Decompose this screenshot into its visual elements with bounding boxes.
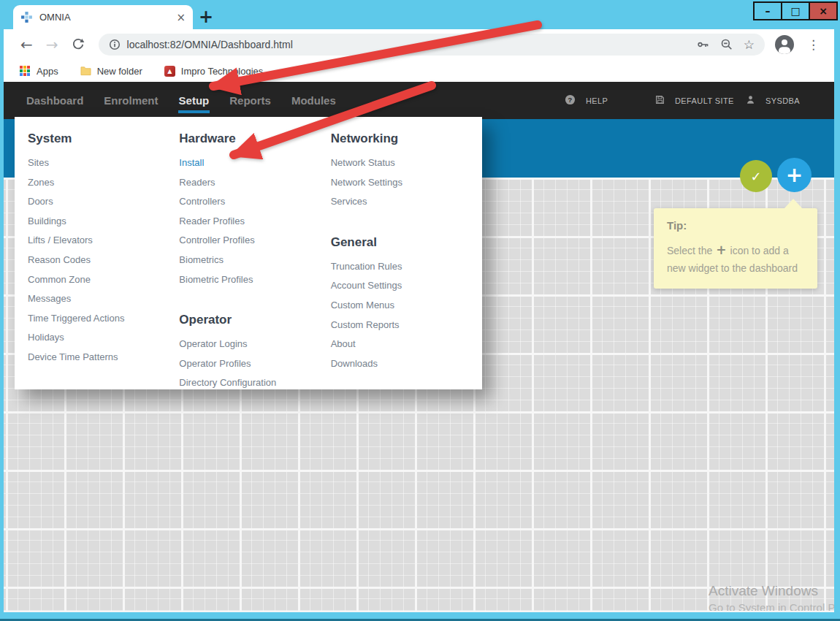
- nav-item[interactable]: Dashboard: [16, 82, 93, 119]
- bookmarks-bar: Apps New folder ▲ Impro Technologies...: [4, 60, 834, 82]
- menu-section-title-hardware: Hardware: [179, 132, 330, 146]
- menu-section-title-system: System: [28, 132, 179, 146]
- window-controls: – □ ×: [755, 1, 838, 20]
- menu-item[interactable]: Common Zone: [28, 270, 179, 290]
- menu-item[interactable]: Truncation Rules: [331, 257, 482, 277]
- profile-avatar[interactable]: [775, 35, 794, 54]
- browser-toolbar: ← → localhost:82/OMNIA/Dashboard.html: [4, 29, 834, 60]
- menu-item[interactable]: Time Triggered Actions: [28, 309, 179, 329]
- window-minimize-button[interactable]: –: [753, 1, 782, 20]
- omnia-favicon-icon: [20, 11, 33, 23]
- site-label: DEFAULT SITE: [675, 96, 734, 105]
- browser-window: – □ × OMNIA × + ← →: [0, 0, 840, 621]
- bookmark-impro[interactable]: Impro Technologies...: [181, 66, 271, 77]
- url-text[interactable]: localhost:82/OMNIA/Dashboard.html: [127, 39, 293, 50]
- menu-list-general: Truncation RulesAccount SettingsCustom M…: [331, 257, 482, 374]
- menu-item[interactable]: Account Settings: [331, 276, 482, 296]
- app-navbar: DashboardEnrolmentSetupReportsModules ? …: [4, 82, 834, 119]
- menu-item[interactable]: Directory Configuration: [179, 373, 330, 393]
- menu-item[interactable]: Doors: [28, 192, 179, 212]
- site-disk-icon: [655, 95, 670, 106]
- password-key-icon[interactable]: [697, 38, 710, 51]
- menu-item[interactable]: Reason Codes: [28, 251, 179, 270]
- bookmark-new-folder[interactable]: New folder: [97, 66, 142, 77]
- menu-section-title-operator: Operator: [179, 313, 330, 327]
- menu-item[interactable]: Biometrics: [179, 251, 330, 270]
- user-label: SYSDBA: [765, 96, 800, 105]
- forward-button[interactable]: →: [46, 36, 58, 53]
- menu-item[interactable]: Operator Logins: [179, 335, 330, 354]
- nav-item[interactable]: Setup: [169, 82, 220, 119]
- menu-column-system: System SitesZonesDoorsBuildingsLifts / E…: [28, 126, 179, 389]
- menu-item[interactable]: Controllers: [179, 192, 330, 212]
- nav-item[interactable]: Enrolment: [93, 82, 168, 119]
- bookmark-apps[interactable]: Apps: [37, 66, 58, 77]
- menu-item[interactable]: Install: [179, 153, 330, 173]
- windows-activation-watermark: Activate Windows Go to System in Control…: [709, 583, 834, 612]
- menu-item[interactable]: Lifts / Elevators: [28, 231, 179, 251]
- add-widget-fab-button[interactable]: +: [777, 158, 812, 192]
- reload-button[interactable]: [72, 38, 85, 51]
- tip-body-line2: new widget to the dashboard: [667, 259, 804, 277]
- browser-tab[interactable]: OMNIA ×: [13, 5, 193, 29]
- plus-glyph-inline: +: [716, 243, 726, 257]
- confirm-fab-button[interactable]: ✓: [740, 160, 772, 192]
- menu-item[interactable]: Buildings: [28, 212, 179, 232]
- user-menu[interactable]: SYSDBA: [746, 82, 800, 119]
- tip-title: Tip:: [667, 219, 804, 232]
- activate-windows-subtext: Go to System in Control P: [709, 601, 834, 612]
- menu-item[interactable]: Messages: [28, 289, 179, 309]
- menu-item[interactable]: Network Settings: [331, 173, 482, 193]
- back-button[interactable]: ←: [20, 36, 33, 53]
- menu-item[interactable]: Operator Profiles: [179, 354, 330, 374]
- help-button[interactable]: ? HELP: [565, 82, 608, 119]
- apps-grid-icon: [20, 66, 30, 76]
- menu-list-system: SitesZonesDoorsBuildingsLifts / Elevator…: [28, 153, 179, 367]
- menu-list-hardware: InstallReadersControllersReader Profiles…: [179, 153, 330, 289]
- page-info-icon[interactable]: [109, 39, 121, 50]
- menu-item[interactable]: Device Time Patterns: [28, 348, 179, 367]
- user-icon: [746, 95, 760, 106]
- zoom-out-icon[interactable]: [720, 38, 733, 51]
- site-selector[interactable]: DEFAULT SITE: [655, 82, 734, 119]
- menu-item[interactable]: Biometric Profiles: [179, 270, 330, 290]
- help-icon: ?: [565, 94, 581, 107]
- tab-title: OMNIA: [39, 12, 176, 23]
- menu-item[interactable]: Custom Reports: [331, 316, 482, 335]
- menu-column-networking-general: Networking Network StatusNetwork Setting…: [331, 126, 482, 389]
- menu-item[interactable]: About: [331, 335, 482, 354]
- menu-item[interactable]: Controller Profiles: [179, 231, 330, 251]
- menu-item[interactable]: Holidays: [28, 328, 179, 348]
- address-bar[interactable]: localhost:82/OMNIA/Dashboard.html ☆: [99, 34, 765, 56]
- tip-body-line1: Select the+icon to add a: [667, 241, 804, 259]
- menu-section-title-networking: Networking: [331, 132, 482, 146]
- bookmark-star-icon[interactable]: ☆: [744, 37, 755, 52]
- menu-item[interactable]: Sites: [28, 153, 179, 173]
- window-close-button[interactable]: ×: [809, 1, 838, 20]
- menu-list-networking: Network StatusNetwork SettingsServices: [331, 153, 482, 212]
- tip-tooltip: Tip: Select the+icon to add a new widget…: [654, 208, 817, 289]
- help-label: HELP: [586, 96, 608, 105]
- menu-item[interactable]: Downloads: [331, 354, 482, 374]
- menu-item[interactable]: Network Status: [331, 153, 482, 173]
- nav-item[interactable]: Modules: [281, 82, 346, 119]
- new-tab-button[interactable]: +: [195, 6, 217, 28]
- folder-icon: [80, 66, 91, 76]
- menu-column-hardware-operator: Hardware InstallReadersControllersReader…: [179, 126, 330, 389]
- menu-item[interactable]: Custom Menus: [331, 296, 482, 316]
- menu-list-operator: Operator LoginsOperator ProfilesDirector…: [179, 335, 330, 393]
- menu-item[interactable]: Reader Profiles: [179, 212, 330, 232]
- window-maximize-button[interactable]: □: [781, 1, 810, 20]
- menu-item[interactable]: Services: [331, 192, 482, 212]
- browser-menu-icon[interactable]: ⋮: [803, 37, 824, 52]
- nav-item[interactable]: Reports: [219, 82, 281, 119]
- impro-logo-icon: ▲: [164, 66, 175, 77]
- setup-menu-panel: System SitesZonesDoorsBuildingsLifts / E…: [15, 117, 482, 389]
- activate-windows-text: Activate Windows: [709, 583, 834, 599]
- menu-item[interactable]: Zones: [28, 173, 179, 193]
- menu-section-title-general: General: [331, 235, 482, 250]
- tab-close-icon[interactable]: ×: [176, 11, 186, 24]
- menu-item[interactable]: Readers: [179, 173, 330, 193]
- svg-text:?: ?: [568, 96, 572, 104]
